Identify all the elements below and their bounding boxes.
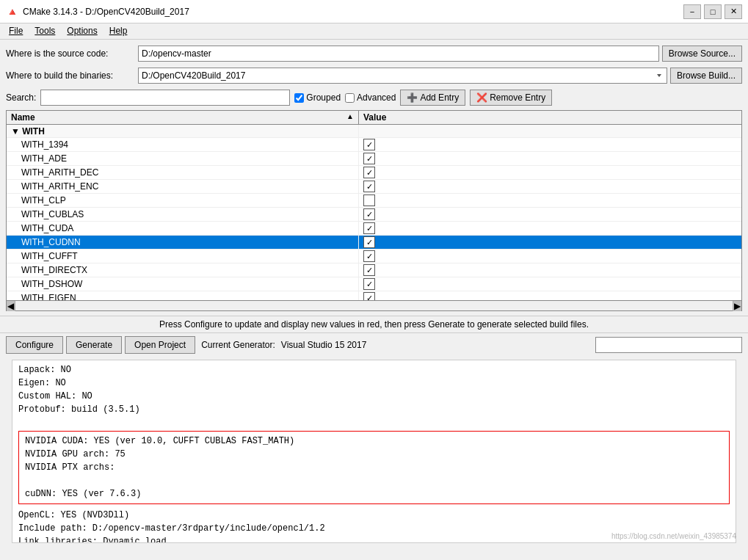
table-row[interactable]: WITH_CUDNN [7, 236, 741, 250]
generate-button[interactable]: Generate [66, 336, 122, 354]
row-value [359, 291, 741, 301]
row-value [359, 236, 741, 249]
table-row[interactable]: WITH_EIGEN [7, 291, 741, 301]
open-project-button[interactable]: Open Project [125, 336, 195, 354]
row-value [359, 180, 741, 193]
checkbox-icon [363, 292, 375, 301]
search-input[interactable] [40, 90, 290, 106]
row-name: WITH_CUFFT [7, 250, 359, 263]
main-window: Where is the source code: Browse Source.… [0, 40, 748, 316]
checkbox-icon [363, 278, 375, 290]
remove-icon: ❌ [476, 92, 487, 103]
row-value [359, 277, 741, 291]
table-row[interactable]: WITH_ARITH_DEC [7, 166, 741, 180]
h-scrollbar-row: ◀ ▶ [6, 301, 742, 311]
table-row[interactable]: WITH_CUFFT [7, 250, 741, 263]
grouped-checkbox-label[interactable]: Grouped [294, 92, 341, 103]
row-value [359, 263, 741, 277]
checkbox-icon [363, 250, 375, 262]
row-name: WITH_1394 [7, 138, 359, 151]
grouped-checkbox[interactable] [294, 93, 304, 103]
row-name: WITH_CUDA [7, 222, 359, 235]
sort-icon: ▲ [346, 112, 354, 120]
cmake-table[interactable]: Name ▲ Value ▼ WITH WITH_1394 WITH_ADE W… [6, 110, 742, 301]
binaries-label: Where to build the binaries: [6, 70, 138, 81]
h-scrollbar-track[interactable] [15, 301, 733, 310]
output-line: Lapack: NO [18, 363, 730, 377]
table-row[interactable]: WITH_CUBLAS [7, 208, 741, 222]
table-row[interactable]: WITH_CUDA [7, 222, 741, 236]
row-name: WITH_ARITH_ENC [7, 180, 359, 193]
row-name: WITH_DIRECTX [7, 263, 359, 277]
col-value: Value [359, 111, 741, 124]
close-button[interactable]: ✕ [725, 4, 742, 19]
maximize-button[interactable]: □ [704, 4, 722, 19]
output-line: Protobuf: build (3.5.1) [18, 403, 730, 416]
output-panel[interactable]: Lapack: NO Eigen: NO Custom HAL: NO Prot… [12, 360, 736, 543]
col-name: Name ▲ [7, 111, 359, 124]
cmake-icon: 🔺 [6, 6, 18, 18]
row-name: WITH_CLP [7, 194, 359, 207]
advanced-checkbox[interactable] [345, 93, 355, 103]
menu-help[interactable]: Help [104, 25, 134, 37]
generator-label: Current Generator: [201, 340, 275, 350]
row-value [359, 208, 741, 221]
checkbox-icon [363, 181, 375, 192]
watermark: https://blog.csdn.net/weixin_43985374 [611, 532, 736, 540]
cuda-section: NVIDIA CUDA: YES (ver 10.0, CUFFT CUBLAS… [18, 431, 730, 504]
menu-file[interactable]: File [3, 25, 29, 37]
advanced-label: Advanced [357, 92, 396, 103]
checkbox-icon [363, 167, 375, 178]
table-row[interactable]: WITH_ARITH_ENC [7, 180, 741, 194]
title-bar: 🔺 CMake 3.14.3 - D:/OpenCV420Build_2017 … [0, 0, 748, 23]
generator-extra-input[interactable] [595, 337, 742, 353]
source-label: Where is the source code: [6, 48, 138, 59]
scroll-right-btn[interactable]: ▶ [733, 301, 741, 311]
action-bar: Configure Generate Open Project Current … [0, 333, 748, 357]
browse-source-button[interactable]: Browse Source... [662, 46, 742, 62]
row-value [359, 166, 741, 179]
minimize-button[interactable]: − [683, 4, 701, 19]
window-controls: − □ ✕ [683, 4, 742, 19]
grouped-label: Grouped [306, 92, 341, 103]
checkbox-icon [363, 194, 375, 206]
status-text: Press Configure to update and display ne… [159, 319, 589, 330]
source-input[interactable] [138, 46, 659, 62]
table-row[interactable]: ▼ WITH [7, 125, 741, 138]
output-line: OpenCL: YES (NVD3Dll) [18, 509, 730, 522]
table-row[interactable]: WITH_1394 [7, 138, 741, 152]
row-value [359, 125, 741, 137]
menu-tools[interactable]: Tools [29, 25, 61, 37]
add-icon: ➕ [407, 92, 418, 103]
output-line: NVIDIA GPU arch: 75 [25, 448, 723, 461]
binaries-combo[interactable]: D:/OpenCV420Build_2017 [138, 68, 667, 84]
add-entry-button[interactable]: ➕ Add Entry [400, 90, 465, 106]
binaries-row: Where to build the binaries: D:/OpenCV42… [6, 66, 742, 85]
output-line: cuDNN: YES (ver 7.6.3) [25, 487, 723, 501]
row-name: WITH_EIGEN [7, 291, 359, 301]
status-bar: Press Configure to update and display ne… [0, 316, 748, 333]
row-value [359, 138, 741, 151]
checkbox-icon [363, 222, 375, 234]
table-row[interactable]: WITH_DSHOW [7, 277, 741, 291]
window-title: CMake 3.14.3 - D:/OpenCV420Build_2017 [23, 7, 683, 17]
table-row[interactable]: WITH_CLP [7, 194, 741, 208]
row-name: ▼ WITH [7, 125, 359, 137]
menu-options[interactable]: Options [61, 25, 103, 37]
output-line: Custom HAL: NO [18, 390, 730, 403]
advanced-checkbox-label[interactable]: Advanced [345, 92, 396, 103]
remove-entry-button[interactable]: ❌ Remove Entry [470, 90, 552, 106]
row-name: WITH_CUDNN [7, 236, 359, 249]
search-label: Search: [6, 92, 36, 103]
row-name: WITH_ARITH_DEC [7, 166, 359, 179]
table-row[interactable]: WITH_DIRECTX [7, 263, 741, 277]
configure-button[interactable]: Configure [6, 336, 63, 354]
scroll-left-btn[interactable]: ◀ [7, 301, 15, 311]
table-row[interactable]: WITH_ADE [7, 152, 741, 166]
table-header: Name ▲ Value [7, 111, 741, 125]
checkbox-icon [363, 264, 375, 276]
checkbox-icon [363, 208, 375, 220]
browse-build-button[interactable]: Browse Build... [670, 68, 742, 84]
row-name: WITH_ADE [7, 152, 359, 165]
search-row: Search: Grouped Advanced ➕ Add Entry ❌ R… [6, 88, 742, 107]
